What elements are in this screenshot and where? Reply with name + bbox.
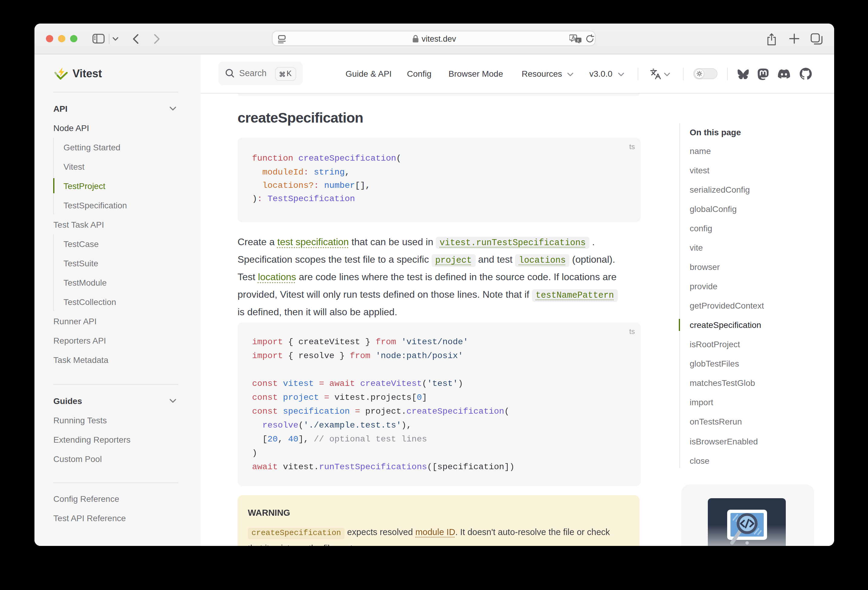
svg-text:A: A (572, 35, 576, 40)
svg-text:x: x (577, 37, 579, 42)
